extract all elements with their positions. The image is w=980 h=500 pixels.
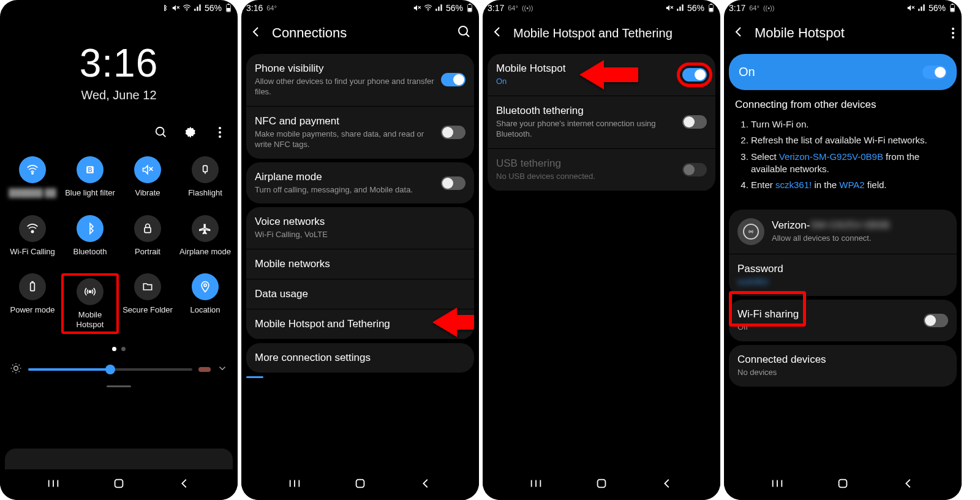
page-indicator	[0, 343, 238, 354]
svg-point-29	[428, 10, 429, 11]
status-time: 3:17	[729, 3, 745, 13]
svg-rect-51	[952, 4, 954, 4]
quick-tile-battery[interactable]: Power mode	[4, 273, 61, 334]
password-row[interactable]: Password sczk361!	[729, 254, 957, 296]
network-sub: Allow all devices to connect.	[772, 233, 942, 244]
connected-devices-row[interactable]: Connected devices No devices	[729, 345, 957, 387]
quick-tile-flash[interactable]: Flashlight	[176, 156, 234, 198]
back-button[interactable]	[413, 477, 438, 493]
row-title: Voice networks	[255, 216, 459, 228]
row-subtitle: No USB devices connected.	[496, 172, 676, 182]
nav-bar	[724, 469, 962, 500]
setting-row[interactable]: Mobile networks	[246, 249, 474, 279]
setting-row: USB tetheringNo USB devices connected.	[488, 149, 715, 191]
row-title: Airplane mode	[255, 171, 435, 183]
bt-icon	[77, 215, 104, 242]
setting-row[interactable]: More connection settings	[246, 343, 474, 373]
quick-tile-lock[interactable]: Portrait	[119, 215, 176, 257]
svg-line-7	[163, 134, 166, 137]
quick-tile-folder[interactable]: Secure Folder	[119, 273, 176, 334]
quick-tile-plane[interactable]: Airplane mode	[176, 215, 234, 257]
svg-point-20	[89, 291, 91, 293]
status-temp: 64°	[749, 4, 760, 12]
back-button[interactable]	[896, 477, 921, 493]
quick-tile-wificall[interactable]: Wi-Fi Calling	[4, 215, 61, 257]
row-title: NFC and payment	[255, 115, 435, 127]
network-name-row[interactable]: Verizon-SM-G925V-0B9B Allow all devices …	[729, 210, 957, 254]
nav-bar	[483, 469, 720, 500]
svg-line-34	[466, 34, 469, 37]
hotspot-master-toggle[interactable]	[922, 66, 947, 79]
tile-label: Secure Folder	[123, 305, 173, 315]
back-icon[interactable]	[731, 25, 746, 42]
nav-bar	[241, 469, 479, 500]
signal-status-icon	[676, 4, 685, 12]
drag-handle[interactable]	[107, 385, 131, 387]
quick-tile-bt[interactable]: Bluetooth	[61, 215, 119, 257]
arrow-callout	[579, 60, 638, 89]
search-icon[interactable]	[154, 126, 168, 139]
quick-tile-pin[interactable]: Location	[176, 273, 234, 334]
setting-row[interactable]: Airplane modeTurn off calling, messaging…	[246, 162, 474, 204]
auto-brightness-toggle[interactable]	[198, 367, 211, 372]
back-button[interactable]	[172, 477, 197, 493]
svg-rect-31	[469, 4, 471, 4]
toggle-switch[interactable]	[682, 68, 707, 81]
home-button[interactable]	[107, 477, 131, 493]
back-icon[interactable]	[249, 25, 263, 42]
battery-percent: 56%	[446, 3, 463, 13]
setting-row[interactable]: Voice networksWi-Fi Calling, VoLTE	[246, 207, 474, 249]
quick-tile-vibrate[interactable]: Vibrate	[119, 156, 176, 198]
hotspot-icon	[77, 278, 104, 305]
tile-label: Portrait	[135, 247, 160, 257]
tile-label: Vibrate	[135, 188, 160, 198]
brightness-slider[interactable]	[28, 368, 192, 371]
home-button[interactable]	[589, 477, 614, 493]
recents-button[interactable]	[282, 477, 307, 493]
status-bar: 3:17 64° ((•)) 56%	[724, 0, 962, 16]
svg-point-33	[459, 26, 467, 35]
recents-button[interactable]	[41, 477, 66, 493]
quick-tile-hotspot[interactable]: Mobile Hotspot	[61, 273, 119, 334]
svg-point-6	[156, 127, 164, 135]
search-icon[interactable]	[457, 25, 472, 42]
overflow-menu-icon[interactable]	[213, 126, 227, 139]
home-button[interactable]	[348, 477, 372, 493]
hotspot-details-panel: 3:17 64° ((•)) 56% Mobile Hotspot On Con…	[724, 0, 962, 500]
toggle-switch[interactable]	[441, 176, 466, 190]
svg-rect-43	[709, 8, 713, 12]
toggle-switch[interactable]	[682, 115, 707, 129]
back-icon[interactable]	[490, 25, 505, 42]
setting-row[interactable]: NFC and paymentMake mobile payments, sha…	[246, 107, 474, 159]
overflow-menu-icon[interactable]	[952, 28, 954, 39]
recents-button[interactable]	[765, 477, 790, 493]
tile-label: Airplane mode	[179, 247, 231, 257]
quick-tile-wifi[interactable]: ██████ ██	[4, 156, 61, 198]
chevron-down-icon[interactable]	[217, 363, 228, 376]
battery-icon	[19, 273, 46, 300]
toggle-switch[interactable]	[441, 126, 466, 139]
settings-gear-icon[interactable]	[184, 126, 197, 139]
back-button[interactable]	[655, 477, 679, 493]
battery-status-icon	[948, 4, 957, 12]
home-button[interactable]	[831, 477, 855, 493]
wifi-sharing-toggle[interactable]	[924, 314, 948, 327]
svg-rect-18	[31, 283, 35, 291]
toggle-switch[interactable]	[441, 73, 466, 86]
setting-row[interactable]: Phone visibilityAllow other devices to f…	[246, 54, 474, 107]
hotspot-icon	[737, 218, 764, 245]
wifi-sharing-row[interactable]: Wi-Fi sharing Off	[729, 300, 957, 341]
status-time: 3:17	[488, 3, 504, 13]
setting-row[interactable]: Bluetooth tetheringShare your phone's in…	[488, 96, 715, 149]
battery-percent: 56%	[929, 3, 946, 13]
wifi-sharing-label: Wi-Fi sharing	[737, 308, 918, 320]
date: Wed, June 12	[0, 88, 238, 102]
recents-button[interactable]	[524, 477, 548, 493]
hotspot-on-banner[interactable]: On	[729, 54, 957, 90]
svg-rect-32	[468, 8, 472, 12]
plane-icon	[192, 215, 219, 242]
setting-row[interactable]: Data usage	[246, 279, 474, 309]
quick-tile-B[interactable]: BBlue light filter	[61, 156, 119, 198]
password-value: sczk361!	[737, 277, 942, 287]
instruction-item: Refresh the list of available Wi-Fi netw…	[751, 134, 951, 146]
